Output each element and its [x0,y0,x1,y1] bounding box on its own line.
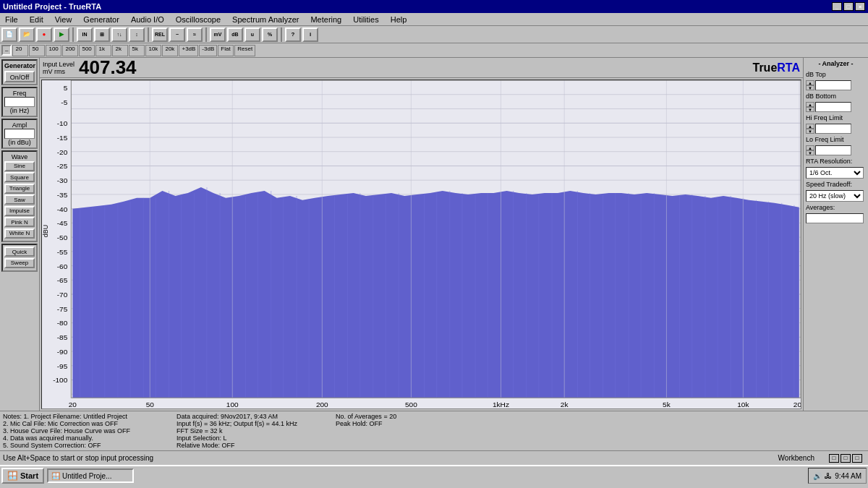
lo-freq-input[interactable]: 20 Hz [815,145,851,155]
tb-btn2[interactable]: ⊞ [94,27,110,42]
svg-text:-85: -85 [57,333,68,341]
sweep-button[interactable]: Sweep [4,258,35,268]
freq-input[interactable]: 1000 [4,97,35,107]
wave-pink-n[interactable]: Pink N [4,217,35,227]
menu-oscilloscope[interactable]: Oscilloscope [174,15,223,24]
svg-text:20k: 20k [793,401,801,408]
start-button[interactable]: 🪟 Start [1,468,44,484]
menu-generator[interactable]: Generator [81,15,122,24]
tb-info[interactable]: i [302,27,318,42]
tb2-btn1[interactable]: 20 [12,45,28,56]
tb2-btn6[interactable]: 1k [95,45,111,56]
size-btn-3[interactable]: □ [852,454,862,463]
menu-metering[interactable]: Metering [308,15,344,24]
db-bottom-control: ▲ ▼ -100 dBu [806,102,866,112]
db-bottom-input[interactable]: -100 dBu [815,102,851,112]
note-data1: Data acquired: 9Nov2017, 9:43 AM [176,413,321,420]
quick-sweep-panel: Quick Sweep [1,244,38,272]
tb2-btn4[interactable]: 200 [62,45,78,56]
tb2-btn11[interactable]: +3dB [179,45,198,56]
taskbar-tray: 🔊 🖧 9:44 AM [808,468,867,484]
tb-pct[interactable]: % [262,27,278,42]
hi-freq-control: ▲ ▼ 20 kHz [806,124,866,134]
svg-text:-45: -45 [57,219,68,227]
tb-btn6[interactable]: ~ [169,27,185,42]
size-btn-2[interactable]: □ [841,454,851,463]
lo-freq-down[interactable]: ▼ [806,150,814,155]
lo-freq-up[interactable]: ▲ [806,145,814,150]
db-bottom-down[interactable]: ▼ [806,107,814,112]
wave-white-n[interactable]: White N [4,228,35,239]
wave-square[interactable]: Square [4,172,35,182]
tb2-btn13[interactable]: Flat [218,45,234,56]
wave-impulse[interactable]: Impulse [4,206,35,216]
menu-audio-io[interactable]: Audio I/O [129,15,166,24]
tb-mv[interactable]: mV [210,27,226,42]
tb2-btn7[interactable]: 2k [112,45,128,56]
hi-freq-down[interactable]: ▼ [806,129,814,134]
note-data2: Input f(s) = 36 kHz; Output f(s) = 44.1 … [176,420,321,427]
db-top-down[interactable]: ▼ [806,85,814,90]
wave-sine[interactable]: Sine [4,161,35,171]
wave-saw[interactable]: Saw [4,194,35,205]
tb2-btn9[interactable]: 10k [145,45,161,56]
db-bottom-up[interactable]: ▲ [806,102,814,107]
hi-freq-up[interactable]: ▲ [806,124,814,129]
taskbar: 🪟 Start 🪟 Untitled Proje... 🔊 🖧 9:44 AM [0,465,868,485]
tb-qm[interactable]: ? [285,27,301,42]
tb-btn7[interactable]: ≈ [187,27,203,42]
input-level-labels: Input Level mV rms [43,61,75,75]
tb-btn5[interactable]: REL [152,27,168,42]
svg-text:-5: -5 [61,98,67,106]
menu-help[interactable]: Help [388,15,409,24]
tb2-btn3[interactable]: 100 [46,45,61,56]
speed-select[interactable]: 20 Hz (slow) 50 Hz 100 Hz [806,190,864,202]
size-btn-1[interactable]: □ [829,454,839,463]
tb-open[interactable]: 📂 [19,27,35,42]
maximize-button[interactable]: □ [843,2,854,11]
rta-res-select[interactable]: 1/6 Oct. 1/3 Oct. 1/12 Oct. [806,167,864,179]
taskbar-window-label: Untitled Proje... [62,472,111,480]
notes-col3: No. of Averages = 20 Peak Hold: OFF [336,413,480,449]
db-bottom-spinner: ▲ ▼ [806,102,814,112]
ampl-input[interactable]: 4.0 [4,129,35,139]
generator-onoff-button[interactable]: On/Off [4,71,35,82]
generator-title: Generator [4,62,35,69]
start-icon: 🪟 [7,471,18,481]
tb2-btn8[interactable]: 5k [129,45,145,56]
menu-spectrum-analyzer[interactable]: Spectrum Analyzer [230,15,301,24]
tb2-reset[interactable]: Reset [234,45,255,56]
db-top-input[interactable]: 0 dBu [815,80,851,90]
svg-text:-40: -40 [57,205,68,213]
tb2-btn5[interactable]: 500 [79,45,95,56]
menu-file[interactable]: File [3,15,20,24]
chart-svg: 5 -5 -10 -15 -20 -25 -30 -35 -40 -45 -50… [42,80,801,408]
tb2-btn10[interactable]: 20k [162,45,178,56]
menu-view[interactable]: View [53,15,75,24]
close-button[interactable]: × [855,2,865,11]
tb2-btn2[interactable]: 50 [29,45,45,56]
tb-u[interactable]: u [244,27,260,42]
hi-freq-input[interactable]: 20 kHz [815,124,851,134]
taskbar-window-button[interactable]: 🪟 Untitled Proje... [47,468,134,483]
tb-new[interactable]: 📄 [1,27,17,42]
analyzer-title: - Analyzer - [806,60,866,67]
averages-input[interactable]: 20 [806,213,864,223]
toolbar-row-1: 📄 📂 ● ▶ IN ⊞ ↑↓ ↕ REL ~ ≈ mV dB u % ? i [0,26,868,43]
minimize-button[interactable]: _ [832,2,842,11]
tb-in[interactable]: IN [77,27,93,42]
tb-db[interactable]: dB [227,27,243,42]
tb-rec[interactable]: ● [36,27,52,42]
tb-btn3[interactable]: ↑↓ [111,27,127,42]
il-label: Input Level [43,61,75,68]
svg-text:-90: -90 [57,348,68,356]
quick-button[interactable]: Quick [4,247,35,257]
wave-triangle[interactable]: Triangle [4,184,35,194]
svg-text:-100: -100 [53,377,68,385]
tb2-btn12[interactable]: -3dB [199,45,217,56]
tb-play[interactable]: ▶ [54,27,69,42]
tb-btn4[interactable]: ↕ [129,27,145,42]
menu-edit[interactable]: Edit [27,15,46,24]
menu-utilities[interactable]: Utilities [351,15,380,24]
db-top-up[interactable]: ▲ [806,80,814,85]
